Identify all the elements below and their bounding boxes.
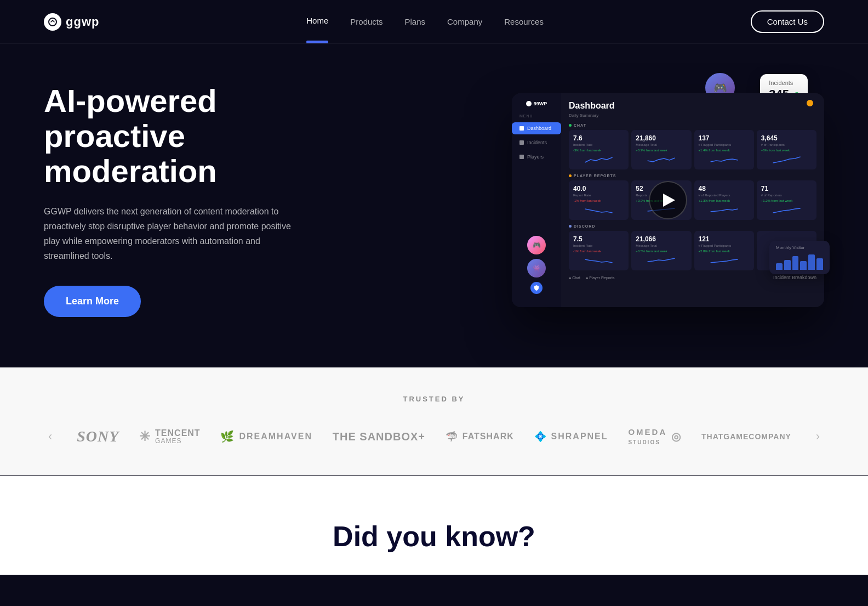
did-you-know-title: Did you know? bbox=[44, 520, 824, 553]
stat-participants: 3,645 # of Participants +3% from last we… bbox=[757, 130, 816, 169]
dash-logo: 99WP bbox=[526, 101, 547, 106]
hero-left: AI-powered proactive moderation GGWP del… bbox=[44, 83, 329, 316]
carousel-prev-button[interactable]: ‹ bbox=[44, 425, 56, 448]
logo-sandbox: THE SANDBOX+ bbox=[333, 431, 425, 443]
stat-report-rate: 40.0 Report Rate -1% from last week bbox=[569, 180, 629, 220]
nav-link-company[interactable]: Company bbox=[447, 17, 482, 26]
dash-menu-players[interactable]: Players bbox=[512, 151, 561, 163]
logo-thatgamecompany: thatgamecompany bbox=[701, 432, 791, 441]
dash-section-chat: CHAT 7.6 Incident Rate -3% from last wee… bbox=[569, 123, 816, 169]
dash-main: Dashboard Daily Summary CHAT 7.6 Inciden… bbox=[561, 93, 824, 307]
logo-tencent: ✳ Tencent Games bbox=[139, 428, 201, 445]
play-button[interactable] bbox=[649, 181, 687, 219]
carousel-next-button[interactable]: › bbox=[812, 425, 824, 448]
logo-fatshark: 🦈 fatshark bbox=[446, 431, 514, 443]
nav-item-company[interactable]: Company bbox=[447, 17, 482, 27]
bar-5 bbox=[808, 254, 815, 270]
shield-badge bbox=[530, 282, 542, 294]
hero-right: 🎮 Incidents 345 ↗ 99WP MENU bbox=[329, 93, 824, 307]
navbar: ggwp Home Products Plans Company Resourc… bbox=[0, 0, 868, 44]
bar-6 bbox=[816, 258, 823, 270]
stat-message-total: 21,860 Message Total +0.3% from last wee… bbox=[631, 130, 691, 169]
nav-link-resources[interactable]: Resources bbox=[504, 17, 544, 26]
monthly-bars bbox=[776, 253, 823, 270]
stat-incident-rate: 7.6 Incident Rate -3% from last week bbox=[569, 130, 629, 169]
bar-4 bbox=[800, 261, 807, 270]
nav-item-products[interactable]: Products bbox=[350, 17, 382, 27]
incidents-label: Incidents bbox=[769, 80, 799, 86]
stat-discord-incident: 7.5 Incident Rate -1% from last week bbox=[569, 231, 629, 270]
float-monthly-card: Monthly Visitor bbox=[769, 241, 830, 274]
stat-discord-flagged: 121 # Flagged Participants +2.8% from la… bbox=[694, 231, 754, 270]
hero-subtitle: GGWP delivers the next generation of con… bbox=[44, 204, 307, 264]
dash-section-player-reports: PLAYER REPORTS 40.0 Report Rate -1% from… bbox=[569, 174, 816, 220]
logos-row: ‹ SONY ✳ Tencent Games 🌿 DREAMHAVEN THE … bbox=[44, 425, 824, 448]
logo[interactable]: ggwp bbox=[44, 13, 99, 31]
nav-link-plans[interactable]: Plans bbox=[405, 17, 426, 26]
dash-subtitle: Daily Summary bbox=[569, 113, 816, 118]
did-you-know-section: Did you know? bbox=[0, 476, 868, 575]
stat-reported-players: 48 # of Reported Players +1.3% from last… bbox=[694, 180, 754, 220]
logo-dreamhaven: 🌿 DREAMHAVEN bbox=[220, 430, 312, 443]
dash-menu-dashboard[interactable]: Dashboard bbox=[512, 122, 561, 134]
trusted-section: TRUSTED BY ‹ SONY ✳ Tencent Games 🌿 DREA… bbox=[0, 367, 868, 475]
nav-link-products[interactable]: Products bbox=[350, 17, 382, 26]
logo-sony: SONY bbox=[77, 428, 119, 445]
logo-icon bbox=[44, 13, 61, 31]
stat-reporters: 71 # of Reporters +1.2% from last week bbox=[757, 180, 816, 220]
incident-breakdown-row: ● Chat ● Player Reports Incident Breakdo… bbox=[569, 275, 816, 280]
dash-menu-incidents[interactable]: Incidents bbox=[512, 137, 561, 149]
bar-1 bbox=[776, 263, 783, 270]
bar-2 bbox=[784, 260, 791, 270]
monthly-label: Monthly Visitor bbox=[776, 245, 823, 250]
nav-item-home[interactable]: Home bbox=[306, 16, 328, 28]
sidebar-avatar-2: 👾 bbox=[527, 259, 546, 277]
status-dot bbox=[807, 100, 813, 106]
dashboard-mockup: 99WP MENU Dashboard Incidents Players bbox=[512, 93, 824, 307]
learn-more-button[interactable]: Learn More bbox=[44, 286, 141, 317]
nav-link-home[interactable]: Home bbox=[306, 16, 328, 25]
logo-omeda: OMEDASTUDIOS ◎ bbox=[628, 427, 681, 446]
nav-active-underline bbox=[306, 41, 328, 42]
dash-menu-label: MENU bbox=[512, 114, 533, 118]
sidebar-avatar-1: 🎮 bbox=[527, 236, 546, 254]
hero-title: AI-powered proactive moderation bbox=[44, 83, 329, 188]
hero-section: AI-powered proactive moderation GGWP del… bbox=[0, 44, 868, 367]
nav-item-resources[interactable]: Resources bbox=[504, 17, 544, 27]
stat-flagged-participants: 137 # Flagged Participants +1.4% from la… bbox=[694, 130, 754, 169]
dash-title: Dashboard bbox=[569, 101, 816, 111]
nav-item-plans[interactable]: Plans bbox=[405, 17, 426, 27]
logo-text: ggwp bbox=[66, 15, 99, 29]
nav-links: Home Products Plans Company Resources bbox=[306, 16, 544, 28]
stat-discord-messages: 21,066 Message Total +0.5% from last wee… bbox=[631, 231, 691, 270]
contact-button[interactable]: Contact Us bbox=[751, 10, 824, 33]
bar-3 bbox=[792, 256, 799, 270]
trusted-label: TRUSTED BY bbox=[44, 395, 824, 403]
logo-shrapnel: 💠 SHRAPNEL bbox=[534, 431, 608, 443]
dash-sidebar: 99WP MENU Dashboard Incidents Players bbox=[512, 93, 561, 307]
svg-point-0 bbox=[49, 18, 56, 26]
